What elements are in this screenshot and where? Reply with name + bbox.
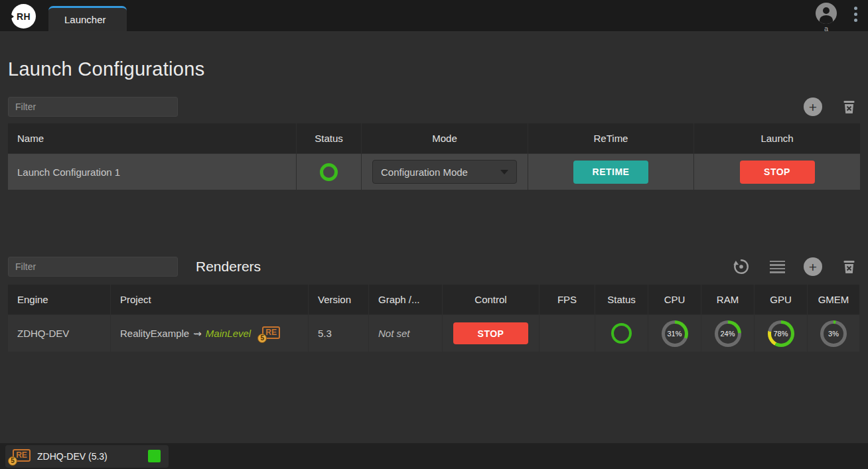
- launch-config-retime-cell: RETIME: [528, 154, 693, 190]
- renderer-graph: Not set: [369, 315, 442, 352]
- trash-icon: [843, 100, 855, 114]
- launch-config-status-cell: [297, 154, 361, 190]
- col-mode[interactable]: Mode: [362, 123, 528, 153]
- user-menu[interactable]: a: [816, 3, 837, 33]
- renderers-toolbar: Renderers +: [8, 255, 859, 278]
- col-ram[interactable]: RAM: [701, 285, 754, 314]
- user-avatar-icon: [816, 3, 837, 24]
- unreal-engine-badge-icon: RE 5: [260, 326, 280, 341]
- page-title: Launch Configurations: [8, 58, 859, 80]
- launch-config-mode-cell: Configuration Mode: [362, 154, 528, 190]
- project-level: MainLevel: [206, 328, 251, 339]
- taskbar-item-label: ZDHQ-DEV (5.3): [37, 451, 148, 462]
- add-launch-config-button[interactable]: +: [804, 98, 822, 116]
- col-retime[interactable]: ReTime: [528, 123, 693, 153]
- col-project[interactable]: Project: [111, 285, 308, 314]
- renderer-version: 5.3: [309, 315, 368, 352]
- delete-launch-config-button[interactable]: [839, 98, 858, 116]
- col-version[interactable]: Version: [309, 285, 368, 314]
- history-icon: [733, 258, 750, 275]
- renderer-cpu-cell: 31%: [648, 315, 701, 352]
- project-name: RealityExample: [120, 328, 189, 339]
- renderer-fps: [540, 315, 595, 352]
- reality-hub-logo[interactable]: RH: [11, 4, 36, 29]
- renderer-ram-cell: 24%: [701, 315, 754, 352]
- renderer-status-cell: [595, 315, 648, 352]
- delete-renderer-button[interactable]: [839, 257, 858, 276]
- col-status[interactable]: Status: [595, 285, 648, 314]
- launch-config-filter-input[interactable]: [8, 97, 178, 117]
- ram-gauge: 24%: [715, 320, 741, 347]
- renderers-title: Renderers: [196, 259, 261, 275]
- chevron-down-icon: [500, 170, 508, 174]
- launch-config-toolbar: +: [8, 97, 859, 117]
- list-icon: [770, 261, 785, 273]
- col-gpu[interactable]: GPU: [755, 285, 807, 314]
- running-status-square: [148, 450, 161, 462]
- col-cpu[interactable]: CPU: [648, 285, 701, 314]
- mode-select[interactable]: Configuration Mode: [372, 160, 517, 184]
- col-graph[interactable]: Graph /...: [369, 285, 442, 314]
- top-bar: RH Launcher a: [0, 0, 868, 31]
- col-launch[interactable]: Launch: [694, 123, 860, 153]
- col-name[interactable]: Name: [8, 123, 296, 153]
- launch-config-launch-cell: STOP: [694, 154, 860, 190]
- launch-config-table-header: Name Status Mode ReTime Launch: [8, 123, 859, 153]
- stop-launch-button[interactable]: STOP: [740, 161, 815, 184]
- overflow-menu-button[interactable]: [851, 3, 860, 26]
- renderer-engine: ZDHQ-DEV: [8, 315, 110, 352]
- cpu-gauge: 31%: [662, 320, 688, 347]
- tab-label: Launcher: [64, 14, 106, 25]
- gmem-gauge: 3%: [820, 320, 847, 347]
- tab-launcher[interactable]: Launcher: [48, 6, 127, 31]
- renderer-project-cell: RealityExample ⇝ MainLevel RE 5: [111, 315, 308, 352]
- renderer-gmem-cell: 3%: [808, 315, 859, 352]
- renderer-control-cell: STOP: [443, 315, 539, 352]
- history-button[interactable]: [732, 257, 751, 276]
- stop-renderer-button[interactable]: STOP: [453, 322, 528, 344]
- user-avatar-label: a: [824, 25, 828, 33]
- taskbar-renderer-item[interactable]: RE 5 ZDHQ-DEV (5.3): [5, 445, 169, 468]
- col-control[interactable]: Control: [443, 285, 539, 314]
- status-ring-icon: [320, 163, 338, 181]
- renderer-gpu-cell: 78%: [755, 315, 807, 352]
- col-engine[interactable]: Engine: [8, 285, 110, 314]
- gpu-gauge: 78%: [768, 320, 794, 347]
- status-ring-icon: [611, 323, 632, 344]
- mode-select-value: Configuration Mode: [381, 167, 468, 178]
- logo-text: RH: [17, 11, 31, 22]
- unreal-engine-badge-icon: RE 5: [11, 449, 31, 464]
- project-arrow: ⇝: [193, 328, 202, 340]
- col-gmem[interactable]: GMEM: [808, 285, 859, 314]
- renderers-table-header: Engine Project Version Graph /... Contro…: [8, 285, 859, 314]
- list-view-button[interactable]: [768, 257, 786, 276]
- renderer-row[interactable]: ZDHQ-DEV RealityExample ⇝ MainLevel RE 5…: [8, 315, 859, 352]
- col-status[interactable]: Status: [297, 123, 361, 153]
- launch-config-name: Launch Configuration 1: [8, 154, 296, 190]
- trash-icon: [843, 260, 855, 274]
- launch-config-row[interactable]: Launch Configuration 1 Configuration Mod…: [8, 154, 859, 190]
- renderers-filter-input[interactable]: [8, 257, 178, 277]
- retime-button[interactable]: RETIME: [573, 161, 648, 184]
- main-content: Launch Configurations + Name Status Mode…: [0, 58, 868, 352]
- status-bar: RE 5 ZDHQ-DEV (5.3): [0, 443, 868, 469]
- col-fps[interactable]: FPS: [540, 285, 595, 314]
- add-renderer-button[interactable]: +: [804, 257, 822, 276]
